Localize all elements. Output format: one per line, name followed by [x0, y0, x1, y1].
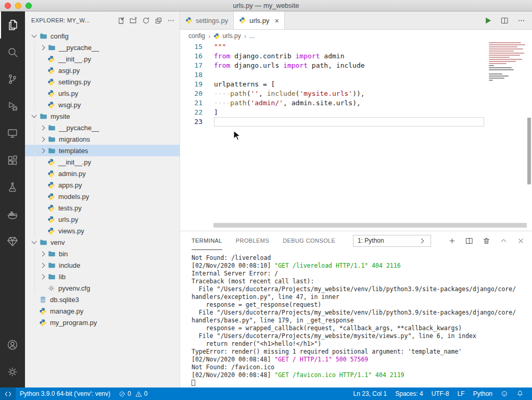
- tree-item-tests-py[interactable]: tests.py: [25, 202, 180, 214]
- tree-item-init-py[interactable]: __init__.py: [25, 156, 180, 168]
- minimap[interactable]: [487, 42, 527, 224]
- tree-item-settings-py[interactable]: settings.py: [25, 76, 180, 88]
- code-line[interactable]: from django.urls import path, include: [214, 61, 532, 70]
- indentation[interactable]: Spaces: 4: [391, 388, 427, 400]
- remote-indicator[interactable]: [0, 388, 16, 400]
- activity-settings-icon[interactable]: [0, 358, 25, 385]
- tree-item-views-py[interactable]: views.py: [25, 225, 180, 236]
- tree-item-mysite[interactable]: mysite: [25, 110, 180, 122]
- code-line[interactable]: from django.contrib import admin: [214, 52, 532, 61]
- tree-item-asgi-py[interactable]: asgi.py: [25, 65, 180, 76]
- code-line[interactable]: ····path('', include('mysite.urls')),: [214, 89, 532, 98]
- refresh-icon[interactable]: [142, 16, 150, 25]
- code-line[interactable]: ]: [214, 108, 532, 117]
- terminal-selector-dropdown[interactable]: 1: Python: [353, 235, 431, 247]
- line-number[interactable]: 15: [180, 42, 213, 52]
- tree-item-migrations[interactable]: migrations: [25, 133, 180, 145]
- vertical-scrollbar[interactable]: [527, 118, 531, 184]
- terminal-output[interactable]: Not Found: /livereload[02/Nov/2020 00:08…: [192, 254, 528, 386]
- close-panel-icon[interactable]: [515, 235, 526, 246]
- tree-item-venv[interactable]: venv: [25, 236, 180, 248]
- tree-item-models-py[interactable]: models.py: [25, 191, 180, 202]
- activity-docker-icon[interactable]: [0, 201, 25, 228]
- new-folder-icon[interactable]: [129, 16, 138, 25]
- code-line[interactable]: ····path('admin/', admin.site.urls),: [214, 98, 532, 108]
- tree-item-config[interactable]: config: [25, 30, 180, 42]
- tree-item-urls-py[interactable]: urls.py: [25, 214, 180, 225]
- tree-item-label: bin: [59, 250, 68, 258]
- line-number[interactable]: 17: [180, 61, 213, 70]
- activity-remote-explorer-icon[interactable]: [0, 120, 25, 147]
- maximize-panel-icon[interactable]: [498, 235, 509, 246]
- panel-tab-debug-console[interactable]: DEBUG CONSOLE: [283, 232, 335, 250]
- tree-item-templates[interactable]: templates: [25, 145, 180, 156]
- close-icon[interactable]: ×: [274, 17, 279, 24]
- python-interpreter[interactable]: Python 3.9.0 64-bit ('venv': venv): [16, 388, 115, 400]
- breadcrumb-item-urls-py[interactable]: urls.py: [213, 32, 240, 40]
- tree-item-include[interactable]: include: [25, 259, 180, 271]
- more-icon[interactable]: [515, 15, 527, 26]
- language-mode[interactable]: Python: [469, 388, 497, 400]
- tree-item-pyvenv-cfg[interactable]: pyvenv.cfg: [25, 282, 180, 294]
- line-number[interactable]: 22: [180, 108, 213, 117]
- notifications-bell-icon[interactable]: [512, 388, 528, 400]
- activity-run-debug-icon[interactable]: [0, 93, 25, 120]
- activity-gem-icon[interactable]: [0, 228, 25, 255]
- new-terminal-icon[interactable]: [447, 235, 457, 246]
- line-number[interactable]: 23: [180, 117, 213, 127]
- code-line[interactable]: [214, 117, 484, 127]
- activity-source-control-icon[interactable]: [0, 66, 25, 93]
- panel-tab-terminal[interactable]: TERMINAL: [192, 232, 222, 250]
- line-number[interactable]: 20: [180, 89, 213, 98]
- tree-item-wsgi-py[interactable]: wsgi.py: [25, 99, 180, 110]
- breadcrumb-item-[interactable]: ...: [249, 32, 255, 40]
- run-icon[interactable]: [482, 15, 493, 26]
- new-file-icon[interactable]: [117, 16, 125, 25]
- activity-testing-icon[interactable]: [0, 174, 25, 201]
- tab-urls-py[interactable]: urls.py×: [234, 11, 285, 29]
- line-number[interactable]: 21: [180, 98, 213, 108]
- line-number[interactable]: 16: [180, 52, 213, 61]
- activity-explorer-icon[interactable]: [0, 11, 25, 39]
- code-line[interactable]: urlpatterns = [: [214, 80, 532, 89]
- tab-settings-py[interactable]: settings.py: [180, 11, 234, 29]
- tree-item-manage-py[interactable]: manage.py: [25, 305, 180, 317]
- activity-extensions-icon[interactable]: [0, 147, 25, 174]
- tree-item-lib[interactable]: lib: [25, 271, 180, 282]
- indent-guide: [34, 225, 35, 236]
- editor-tab-bar: settings.pyurls.py×: [180, 11, 532, 30]
- tree-item-apps-py[interactable]: apps.py: [25, 179, 180, 191]
- line-number[interactable]: 19: [180, 80, 213, 89]
- breadcrumb-item-config[interactable]: config: [188, 32, 205, 40]
- code-line[interactable]: [214, 70, 532, 80]
- tree-item-bin[interactable]: bin: [25, 248, 180, 259]
- code-line[interactable]: """: [214, 42, 532, 52]
- tree-item-label: include: [59, 261, 80, 269]
- activity-bar-bottom: [0, 331, 25, 388]
- cursor-position[interactable]: Ln 23, Col 1: [349, 388, 391, 400]
- tree-item-db-sqlite3[interactable]: db.sqlite3: [25, 294, 180, 305]
- indent-guide: [34, 145, 35, 156]
- collapse-all-icon[interactable]: [154, 16, 163, 25]
- split-terminal-icon[interactable]: [464, 235, 474, 246]
- eol[interactable]: LF: [453, 388, 469, 400]
- activity-search-icon[interactable]: [0, 39, 25, 66]
- tree-item-admin-py[interactable]: admin.py: [25, 168, 180, 179]
- folder-icon: [47, 146, 56, 155]
- more-icon[interactable]: [167, 16, 175, 25]
- code-editor[interactable]: 151617181920212223 """from django.contri…: [180, 42, 532, 231]
- split-editor-icon[interactable]: [499, 15, 510, 26]
- tree-item-pycache[interactable]: __pycache__: [25, 122, 180, 133]
- tree-item-urls-py[interactable]: urls.py: [25, 88, 180, 99]
- tree-item-my-program-py[interactable]: my_program.py: [25, 317, 180, 328]
- horizontal-scrollbar[interactable]: [213, 223, 527, 228]
- encoding[interactable]: UTF-8: [427, 388, 453, 400]
- tree-item-init-py[interactable]: __init__.py: [25, 53, 180, 65]
- activity-account-icon[interactable]: [0, 331, 25, 358]
- tree-item-pycache[interactable]: __pycache__: [25, 42, 180, 53]
- problems-status[interactable]: 00: [115, 388, 151, 400]
- panel-tab-problems[interactable]: PROBLEMS: [236, 232, 269, 250]
- feedback-smiley-icon[interactable]: [497, 388, 512, 400]
- line-number[interactable]: 18: [180, 70, 213, 80]
- kill-terminal-icon[interactable]: [481, 235, 491, 246]
